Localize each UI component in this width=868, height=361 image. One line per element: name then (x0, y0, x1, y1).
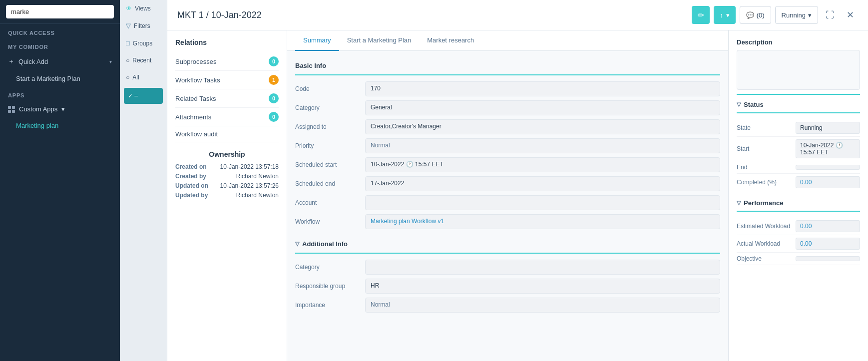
related-tasks-label: Related Tasks (175, 95, 216, 102)
status-button[interactable]: Running ▾ (775, 6, 818, 24)
close-button[interactable]: ✕ (842, 7, 858, 23)
expand-button[interactable]: ⛶ (822, 7, 838, 23)
plus-icon: ＋ (8, 57, 14, 66)
actual-workload-value[interactable]: 0.00 (796, 238, 860, 250)
list-panel: 👁 Views ▽ Filters □ Groups ○ Recent ○ Al… (120, 0, 167, 361)
assigned-to-value[interactable]: Creator,Creator's Manager (365, 119, 720, 134)
sidebar-item-quick-add[interactable]: ＋ Quick Add ▾ (0, 52, 120, 71)
code-value[interactable]: 170 (365, 81, 720, 96)
relation-subprocesses[interactable]: Subprocesses 0 (175, 52, 279, 71)
apps-label: APPS (0, 86, 120, 100)
performance-section-title: ▽ Performance (737, 199, 860, 212)
state-label: State (737, 124, 792, 131)
field-responsible-group: Responsible group HR (295, 279, 720, 294)
sidebar-item-custom-apps[interactable]: Custom Apps ▾ (0, 100, 120, 118)
description-box[interactable] (737, 50, 860, 90)
sidebar: QUICK ACCESS MY COMIDOR ＋ Quick Add ▾ St… (0, 0, 120, 361)
relation-attachments[interactable]: Attachments 0 (175, 108, 279, 126)
detail-content: Relations Subprocesses 0 Workflow Tasks … (167, 30, 868, 361)
relation-related-tasks[interactable]: Related Tasks 0 (175, 89, 279, 108)
status-start-row: Start 10-Jan-2022 🕐 15:57 EET (737, 137, 860, 161)
tab-summary[interactable]: Summary (295, 30, 339, 51)
eye-icon: 👁 (126, 5, 132, 12)
quick-access-label: QUICK ACCESS (0, 24, 120, 38)
priority-value[interactable]: Normal (365, 138, 720, 153)
list-item-views[interactable]: 👁 Views (120, 0, 167, 17)
assigned-to-label: Assigned to (295, 123, 365, 130)
priority-label: Priority (295, 142, 365, 149)
state-value[interactable]: Running (796, 122, 860, 134)
performance-collapse-icon: ▽ (737, 200, 741, 206)
ownership-title: Ownership (175, 150, 279, 158)
detail-panel: MKT 1 / 10-Jan-2022 ✏ ↑ ▾ 💬 (0) Running … (167, 0, 868, 361)
my-comidor-label: MY COMIDOR (0, 38, 120, 52)
circle-icon: ○ (126, 74, 129, 81)
completed-label: Completed (%) (737, 179, 792, 186)
relation-workflow-audit[interactable]: Workflow audit (175, 126, 279, 142)
add-category-value[interactable] (365, 260, 720, 275)
search-input[interactable] (6, 5, 114, 18)
status-section: ▽ Status State Running Start 10-Jan-2022… (737, 101, 860, 191)
workflow-tasks-badge: 1 (269, 75, 279, 85)
sidebar-item-marketing-plan[interactable]: Marketing plan (0, 118, 120, 133)
field-code: Code 170 (295, 81, 720, 96)
actual-workload-label: Actual Workload (737, 240, 792, 247)
ownership-created-by-row: Created by Richard Newton (175, 173, 279, 180)
field-priority: Priority Normal (295, 138, 720, 153)
description-title: Description (737, 38, 860, 46)
category-label: Category (295, 104, 365, 111)
end-value[interactable] (796, 165, 860, 170)
tab-market-research[interactable]: Market research (419, 30, 482, 51)
workflow-audit-label: Workflow audit (175, 130, 218, 138)
sidebar-item-start-marketing-plan[interactable]: Start a Marketing Plan (0, 71, 120, 86)
completed-value[interactable]: 0.00 (796, 176, 860, 188)
list-item-all[interactable]: ○ All (120, 69, 167, 86)
field-scheduled-start: Scheduled start 10-Jan-2022 🕐 15:57 EET (295, 157, 720, 172)
account-label: Account (295, 199, 365, 206)
active-list-item[interactable]: ✓ – (124, 88, 163, 104)
category-value[interactable]: General (365, 100, 720, 115)
created-by-label: Created by (175, 173, 206, 180)
performance-section: ▽ Performance Estimated Workload 0.00 Ac… (737, 199, 860, 265)
workflow-value[interactable]: Marketing plan Workflow v1 (365, 214, 720, 229)
field-scheduled-end: Scheduled end 17-Jan-2022 (295, 176, 720, 191)
created-on-value: 10-Jan-2022 13:57:18 (220, 163, 279, 170)
list-item-recent[interactable]: ○ Recent (120, 52, 167, 69)
edit-button[interactable]: ✏ (692, 6, 710, 24)
field-account: Account (295, 195, 720, 210)
list-item-filters[interactable]: ▽ Filters (120, 17, 167, 34)
scheduled-start-value[interactable]: 10-Jan-2022 🕐 15:57 EET (365, 157, 720, 172)
updated-by-value: Richard Newton (236, 192, 279, 199)
status-state-row: State Running (737, 119, 860, 137)
code-label: Code (295, 85, 365, 92)
list-item-groups[interactable]: □ Groups (120, 34, 167, 52)
subprocesses-badge: 0 (269, 56, 279, 66)
scheduled-end-label: Scheduled end (295, 180, 365, 187)
related-tasks-badge: 0 (269, 93, 279, 103)
importance-value[interactable]: Normal (365, 298, 720, 313)
additional-info-header[interactable]: ▽ Additional Info (295, 237, 720, 254)
collapse-triangle-icon: ▽ (295, 241, 299, 247)
field-workflow: Workflow Marketing plan Workflow v1 (295, 214, 720, 229)
detail-header: MKT 1 / 10-Jan-2022 ✏ ↑ ▾ 💬 (0) Running … (167, 0, 868, 30)
objective-value[interactable] (796, 256, 860, 261)
custom-apps-label: Custom Apps (19, 105, 57, 113)
status-title: Status (744, 101, 764, 108)
tab-start-marketing-plan[interactable]: Start a Marketing Plan (339, 30, 420, 51)
detail-actions: ✏ ↑ ▾ 💬 (0) Running ▾ ⛶ ✕ (692, 6, 858, 24)
relation-workflow-tasks[interactable]: Workflow Tasks 1 (175, 71, 279, 89)
relations-title: Relations (175, 38, 279, 46)
updated-by-label: Updated by (175, 192, 208, 199)
comment-button[interactable]: 💬 (0) (740, 6, 771, 24)
field-importance: Importance Normal (295, 298, 720, 313)
field-category: Category General (295, 100, 720, 115)
account-value[interactable] (365, 195, 720, 210)
share-button[interactable]: ↑ ▾ (714, 6, 736, 24)
apps-grid-icon (8, 106, 15, 113)
estimated-workload-value[interactable]: 0.00 (796, 220, 860, 232)
attachments-badge: 0 (269, 112, 279, 122)
responsible-group-value[interactable]: HR (365, 279, 720, 294)
start-value[interactable]: 10-Jan-2022 🕐 15:57 EET (796, 139, 860, 158)
scheduled-end-value[interactable]: 17-Jan-2022 (365, 176, 720, 191)
updated-on-label: Updated on (175, 182, 208, 189)
